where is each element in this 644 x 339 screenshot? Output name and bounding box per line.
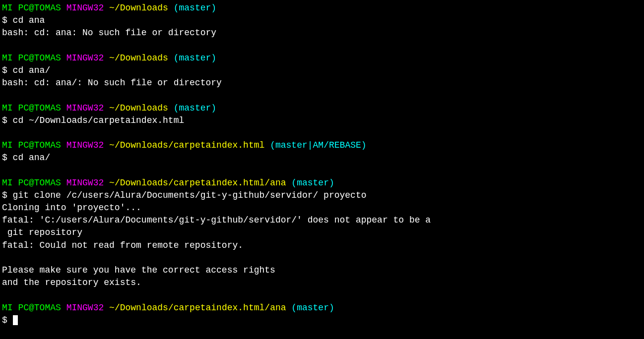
output-line: fatal: 'C:/users/Alura/Documents/git-y-g…	[2, 214, 642, 226]
git-branch: (master|AM/REBASE)	[270, 140, 366, 150]
user-host: MI PC@TOMAS	[2, 103, 61, 113]
command-text: cd ana	[13, 15, 45, 25]
blank-line	[2, 40, 642, 52]
command-line[interactable]: $ cd ana	[2, 14, 642, 27]
git-branch: (master)	[174, 103, 216, 113]
output-line: Cloning into 'proyecto'...	[2, 202, 642, 214]
prompt-char: $	[2, 115, 13, 125]
user-host: MI PC@TOMAS	[2, 53, 61, 63]
cursor	[13, 315, 18, 325]
working-directory: ~/Downloads/carpetaindex.html	[109, 140, 264, 150]
command-line[interactable]: $ cd ~/Downloads/carpetaindex.html	[2, 114, 642, 127]
git-branch: (master)	[174, 53, 216, 63]
output-line: fatal: Could not read from remote reposi…	[2, 239, 642, 252]
user-host: MI PC@TOMAS	[2, 303, 61, 313]
output-line: Please make sure you have the correct ac…	[2, 264, 642, 277]
prompt-char: $	[2, 190, 13, 200]
prompt-line: MI PC@TOMAS MINGW32 ~/Downloads/carpetai…	[2, 302, 642, 314]
prompt-char: $	[2, 65, 13, 75]
system-name: MINGW32	[66, 53, 104, 63]
terminal-window[interactable]: MI PC@TOMAS MINGW32 ~/Downloads (master)…	[2, 2, 642, 327]
blank-line	[2, 164, 642, 176]
git-branch: (master)	[291, 303, 334, 313]
prompt-line: MI PC@TOMAS MINGW32 ~/Downloads (master)	[2, 102, 642, 114]
prompt-char: $	[2, 15, 13, 25]
command-line[interactable]: $ cd ana/	[2, 152, 642, 164]
git-branch: (master)	[174, 3, 216, 13]
user-host: MI PC@TOMAS	[2, 140, 61, 150]
working-directory: ~/Downloads/carpetaindex.html/ana	[109, 178, 286, 188]
working-directory: ~/Downloads	[109, 53, 168, 63]
output-line: bash: cd: ana/: No such file or director…	[2, 77, 642, 89]
blank-line	[2, 127, 642, 139]
user-host: MI PC@TOMAS	[2, 178, 61, 188]
output-line: and the repository exists.	[2, 277, 642, 289]
prompt-line: MI PC@TOMAS MINGW32 ~/Downloads (master)	[2, 2, 642, 14]
git-branch: (master)	[291, 178, 334, 188]
system-name: MINGW32	[66, 3, 104, 13]
system-name: MINGW32	[66, 303, 104, 313]
prompt-line: MI PC@TOMAS MINGW32 ~/Downloads/carpetai…	[2, 139, 642, 152]
blank-line	[2, 289, 642, 301]
prompt-line: MI PC@TOMAS MINGW32 ~/Downloads (master)	[2, 52, 642, 64]
command-line[interactable]: $ git clone /c/users/Alura/Documents/git…	[2, 189, 642, 202]
output-line	[2, 252, 642, 264]
command-line[interactable]: $	[2, 314, 642, 327]
system-name: MINGW32	[66, 178, 104, 188]
command-text: cd ana/	[13, 153, 51, 163]
prompt-char: $	[2, 153, 13, 163]
command-line[interactable]: $ cd ana/	[2, 64, 642, 77]
working-directory: ~/Downloads	[109, 103, 168, 113]
command-text: git clone /c/users/Alura/Documents/git-y…	[13, 190, 367, 200]
working-directory: ~/Downloads/carpetaindex.html/ana	[109, 303, 286, 313]
system-name: MINGW32	[66, 103, 104, 113]
system-name: MINGW32	[66, 140, 104, 150]
prompt-char: $	[2, 315, 13, 325]
user-host: MI PC@TOMAS	[2, 3, 61, 13]
blank-line	[2, 89, 642, 102]
output-line: git repository	[2, 226, 642, 239]
output-line: bash: cd: ana: No such file or directory	[2, 27, 642, 39]
command-text: cd ~/Downloads/carpetaindex.html	[13, 115, 185, 125]
working-directory: ~/Downloads	[109, 3, 168, 13]
prompt-line: MI PC@TOMAS MINGW32 ~/Downloads/carpetai…	[2, 177, 642, 189]
command-text: cd ana/	[13, 65, 51, 75]
